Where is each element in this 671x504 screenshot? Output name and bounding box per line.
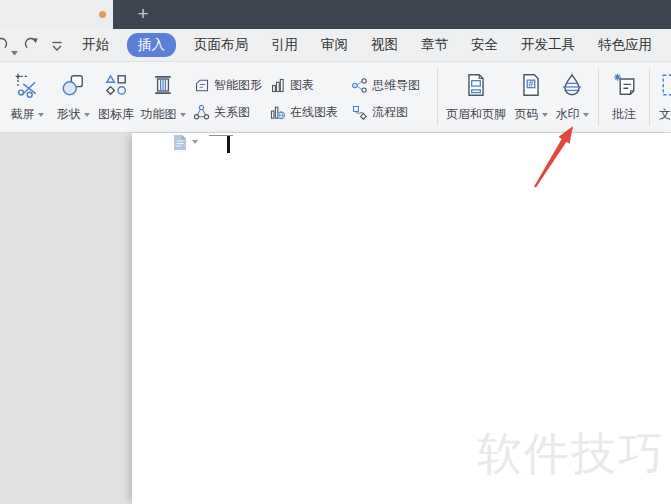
shapes-label: 形状 (57, 106, 81, 123)
mindmap-icon (351, 77, 368, 94)
text-tool-button-partial[interactable]: 文 (654, 65, 671, 129)
document-tab-bar: + (0, 0, 671, 29)
function-diagram-icon (150, 65, 176, 105)
relation-diagram-icon (193, 104, 210, 121)
tab-security[interactable]: 安全 (471, 36, 498, 54)
icon-library-button[interactable]: 图标库 (94, 65, 138, 129)
tab-section[interactable]: 章节 (421, 36, 448, 54)
shapes-button[interactable]: 形状 (50, 65, 96, 129)
comment-button[interactable]: 批注 (601, 65, 647, 129)
header-footer-button[interactable]: 页眉和页脚 (441, 65, 511, 129)
smartart-label: 智能图形 (214, 77, 262, 94)
icon-library-icon (103, 65, 129, 105)
redo-icon[interactable] (24, 36, 39, 55)
unsaved-changes-dot (99, 11, 106, 18)
annotation-arrow (525, 120, 585, 195)
shapes-icon (60, 65, 86, 105)
ribbon-divider (437, 68, 438, 126)
tab-page-layout[interactable]: 页面布局 (194, 36, 248, 54)
online-chart-label: 在线图表 (290, 104, 338, 121)
page-number-icon: # (518, 65, 544, 105)
document-page[interactable]: 软件技巧 (132, 133, 671, 504)
online-chart-icon (269, 104, 286, 121)
screenshot-label: 截屏 (11, 106, 35, 123)
ribbon-divider (649, 68, 650, 126)
tab-insert[interactable]: 插入 (127, 33, 176, 57)
tab-view[interactable]: 视图 (371, 36, 398, 54)
flowchart-label: 流程图 (372, 104, 408, 121)
chevron-down-icon (583, 113, 589, 117)
watermark-icon (559, 65, 585, 105)
customize-toolbar-icon[interactable] (50, 39, 64, 57)
chevron-down-icon (180, 113, 186, 117)
chevron-down-icon (542, 113, 548, 117)
text-tool-label: 文 (659, 106, 671, 123)
tab-references[interactable]: 引用 (271, 36, 298, 54)
wps-writer-window: + 开始 插入 页面布局 引用 审阅 视图 章节 安全 开发工具 特色应用 (0, 0, 671, 504)
page-watermark-text: 软件技巧 (477, 424, 665, 484)
chevron-down-icon (38, 113, 44, 117)
smartart-button[interactable]: 智能图形 (193, 73, 262, 97)
screenshot-button[interactable]: 截屏 (4, 65, 50, 129)
smartart-icon (193, 77, 210, 94)
header-footer-icon (463, 65, 489, 105)
icon-library-label: 图标库 (98, 106, 134, 123)
function-diagram-button[interactable]: 功能图 (138, 65, 188, 129)
active-document-tab[interactable] (0, 0, 113, 29)
comment-label: 批注 (612, 106, 636, 123)
document-icon (172, 134, 188, 151)
tab-review[interactable]: 审阅 (321, 36, 348, 54)
screenshot-icon (14, 65, 40, 105)
header-footer-label: 页眉和页脚 (446, 106, 506, 123)
relation-diagram-button[interactable]: 关系图 (193, 100, 250, 124)
flowchart-icon (351, 104, 368, 121)
chart-label: 图表 (290, 77, 314, 94)
chart-button[interactable]: 图表 (269, 73, 314, 97)
undo-icon[interactable] (0, 36, 8, 55)
flowchart-button[interactable]: 流程图 (351, 100, 408, 124)
menu-bar: 开始 插入 页面布局 引用 审阅 视图 章节 安全 开发工具 特色应用 (0, 29, 671, 62)
online-chart-button[interactable]: 在线图表 (269, 100, 338, 124)
tab-developer[interactable]: 开发工具 (521, 36, 575, 54)
text-cursor (227, 136, 230, 153)
undo-dropdown-icon[interactable] (11, 42, 18, 60)
chevron-down-icon (84, 113, 90, 117)
page-options-button[interactable] (172, 134, 198, 151)
mindmap-label: 思维导图 (372, 77, 420, 94)
function-diagram-label: 功能图 (141, 106, 177, 123)
tab-special-features[interactable]: 特色应用 (598, 36, 652, 54)
svg-text:#: # (527, 79, 534, 89)
chart-icon (269, 77, 286, 94)
tab-home[interactable]: 开始 (82, 36, 109, 54)
text-tool-icon (654, 65, 671, 105)
comment-icon (611, 65, 637, 105)
mindmap-button[interactable]: 思维导图 (351, 73, 420, 97)
chevron-down-icon[interactable] (192, 140, 198, 144)
menu-tab-strip: 开始 插入 页面布局 引用 审阅 视图 章节 安全 开发工具 特色应用 (82, 29, 652, 61)
ribbon-divider (598, 68, 599, 126)
relation-diagram-label: 关系图 (214, 104, 250, 121)
new-tab-button[interactable]: + (130, 0, 156, 29)
